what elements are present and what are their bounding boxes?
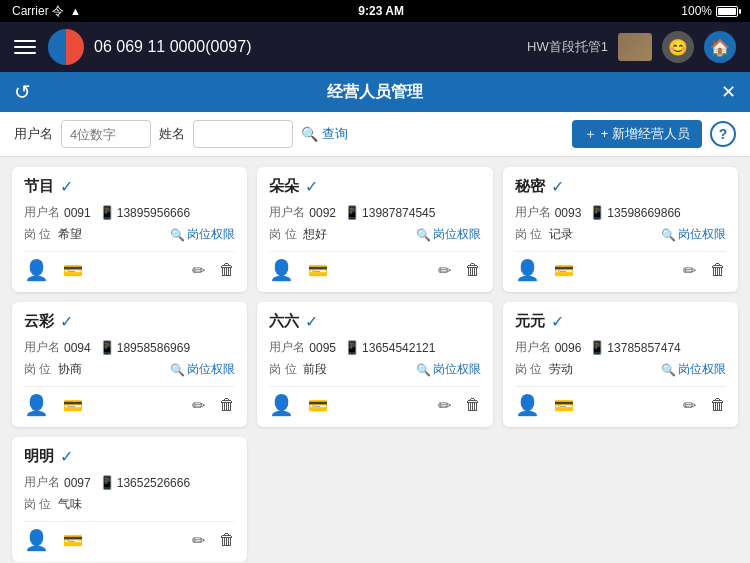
card-phone-row: 用户名 0097 📱 13652526666 [24,474,235,491]
permission-link[interactable]: 🔍岗位权限 [416,361,481,378]
verified-icon: ✓ [305,177,318,196]
cards-container: 节目 ✓ 用户名 0091 📱 13895956666 岗 位 希望 🔍岗位权限… [0,157,750,562]
edit-button[interactable]: ✏ [192,396,205,415]
delete-button[interactable]: 🗑 [465,396,481,414]
add-staff-button[interactable]: ＋ + 新增经营人员 [572,120,702,148]
search-bar: 用户名 姓名 🔍 查询 ＋ + 新增经营人员 ? [0,112,750,157]
delete-button[interactable]: 🗑 [219,261,235,279]
permission-link[interactable]: 🔍岗位权限 [170,226,235,243]
phone-icon: 📱 [589,205,605,220]
card-phone-row: 用户名 0091 📱 13895956666 [24,204,235,221]
close-button[interactable]: ✕ [721,81,736,103]
staff-card: 秘密 ✓ 用户名 0093 📱 13598669866 岗 位 记录 🔍岗位权限… [503,167,738,292]
person-icon[interactable]: 👤 [269,258,294,282]
perm-search-icon: 🔍 [416,363,431,377]
delete-button[interactable]: 🗑 [465,261,481,279]
card-pos-row: 岗 位 劳动 🔍岗位权限 [515,361,726,378]
payment-icon[interactable]: 💳 [63,396,83,415]
card-actions: 👤 💳 ✏ 🗑 [515,251,726,282]
edit-button[interactable]: ✏ [438,261,451,280]
back-button[interactable]: ↺ [14,80,31,104]
phone-value: 13895956666 [117,206,190,220]
phone-icon: 📱 [99,340,115,355]
person-icon[interactable]: 👤 [269,393,294,417]
user-id-value: 0094 [64,341,91,355]
nav-face-icon[interactable]: 😊 [662,31,694,63]
person-icon[interactable]: 👤 [515,393,540,417]
staff-name: 六六 [269,312,299,331]
pos-label: 岗 位 [269,361,297,378]
card-pos-row: 岗 位 前段 🔍岗位权限 [269,361,480,378]
nav-home-button[interactable]: 🏠 [704,31,736,63]
person-icon[interactable]: 👤 [24,393,49,417]
edit-button[interactable]: ✏ [192,531,205,550]
person-icon[interactable]: 👤 [24,528,49,552]
phone-value: 13987874545 [362,206,435,220]
name-input[interactable] [193,120,293,148]
pos-label: 岗 位 [269,226,297,243]
edit-button[interactable]: ✏ [683,396,696,415]
edit-button[interactable]: ✏ [438,396,451,415]
payment-icon[interactable]: 💳 [308,396,328,415]
phone-value: 13598669866 [607,206,680,220]
card-header: 六六 ✓ [269,312,480,331]
user-id-label: 用户名 [14,125,53,143]
card-actions: 👤 💳 ✏ 🗑 [24,386,235,417]
payment-icon[interactable]: 💳 [308,261,328,280]
payment-icon[interactable]: 💳 [554,261,574,280]
pos-value: 劳动 [549,361,573,378]
delete-button[interactable]: 🗑 [219,531,235,549]
payment-icon[interactable]: 💳 [63,261,83,280]
pos-value: 气味 [58,496,82,513]
delete-button[interactable]: 🗑 [710,261,726,279]
card-phone-row: 用户名 0095 📱 13654542121 [269,339,480,356]
verified-icon: ✓ [551,177,564,196]
user-id-value: 0091 [64,206,91,220]
query-button[interactable]: 🔍 查询 [301,125,348,143]
user-id-input[interactable] [61,120,151,148]
pos-value: 记录 [549,226,573,243]
permission-link[interactable]: 🔍岗位权限 [661,361,726,378]
phone-icon: 📱 [99,475,115,490]
edit-button[interactable]: ✏ [683,261,696,280]
user-id-value: 0097 [64,476,91,490]
staff-card: 元元 ✓ 用户名 0096 📱 13785857474 岗 位 劳动 🔍岗位权限… [503,302,738,427]
staff-name: 节目 [24,177,54,196]
nav-right-group: HW首段托管1 😊 🏠 [527,31,736,63]
staff-name: 朵朵 [269,177,299,196]
phone-icon: 📱 [99,205,115,220]
status-right: 100% [681,4,738,18]
pos-value: 希望 [58,226,82,243]
wifi-icon: ▲ [70,5,81,17]
card-pos-row: 岗 位 气味 [24,496,235,513]
edit-button[interactable]: ✏ [192,261,205,280]
pos-label: 岗 位 [515,226,543,243]
help-button[interactable]: ? [710,121,736,147]
perm-search-icon: 🔍 [170,228,185,242]
staff-card: 六六 ✓ 用户名 0095 📱 13654542121 岗 位 前段 🔍岗位权限… [257,302,492,427]
permission-link[interactable]: 🔍岗位权限 [170,361,235,378]
pos-label: 岗 位 [24,361,52,378]
delete-button[interactable]: 🗑 [710,396,726,414]
staff-card: 明明 ✓ 用户名 0097 📱 13652526666 岗 位 气味 👤 💳 ✏… [12,437,247,562]
pos-value: 协商 [58,361,82,378]
card-actions: 👤 💳 ✏ 🗑 [24,251,235,282]
permission-link[interactable]: 🔍岗位权限 [416,226,481,243]
payment-icon[interactable]: 💳 [554,396,574,415]
status-bar: Carrier 令 ▲ 9:23 AM 100% [0,0,750,22]
card-phone-row: 用户名 0094 📱 18958586969 [24,339,235,356]
permission-link[interactable]: 🔍岗位权限 [661,226,726,243]
hamburger-menu[interactable] [14,40,36,54]
person-icon[interactable]: 👤 [24,258,49,282]
payment-icon[interactable]: 💳 [63,531,83,550]
person-icon[interactable]: 👤 [515,258,540,282]
pos-label: 岗 位 [24,226,52,243]
phone-value: 18958586969 [117,341,190,355]
delete-button[interactable]: 🗑 [219,396,235,414]
search-icon: 🔍 [301,126,318,142]
verified-icon: ✓ [60,177,73,196]
user-id-value: 0095 [309,341,336,355]
staff-card: 朵朵 ✓ 用户名 0092 📱 13987874545 岗 位 想好 🔍岗位权限… [257,167,492,292]
perm-search-icon: 🔍 [170,363,185,377]
pos-label: 岗 位 [515,361,543,378]
